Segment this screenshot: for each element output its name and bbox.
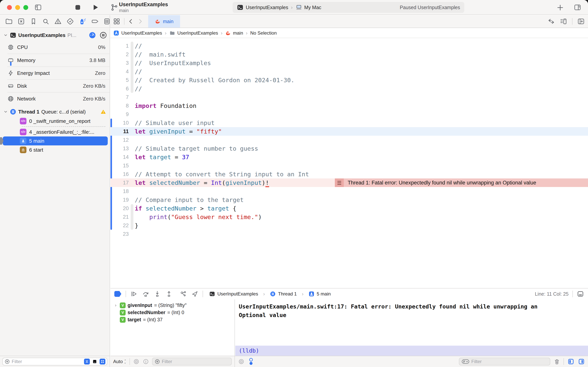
toggle-left-sidebar-icon[interactable] — [34, 4, 42, 11]
step-into-icon[interactable] — [154, 290, 161, 297]
source-editor[interactable]: 1//2// main.swift3// UserInputExamples4/… — [110, 39, 588, 288]
filter-toggle-running-icon[interactable] — [84, 359, 90, 365]
destination-name[interactable]: My Mac — [304, 5, 321, 10]
line-number[interactable]: 17 — [110, 180, 130, 186]
breakpoints-navigator-icon[interactable] — [91, 17, 99, 25]
variable-row-selectedNumber[interactable]: VselectedNumber = (Int) 0 — [110, 309, 235, 316]
trash-icon[interactable] — [554, 358, 560, 365]
variables-view[interactable]: ›VgivenInput = (String) "fifty"Vselected… — [110, 299, 235, 356]
step-over-icon[interactable] — [142, 290, 149, 297]
line-number[interactable]: 10 — [110, 120, 130, 126]
process-row[interactable]: UserInputExamples PI... — [0, 28, 110, 41]
run-button[interactable] — [91, 3, 99, 11]
code-review-icon[interactable] — [547, 18, 555, 25]
line-number[interactable]: 3 — [110, 60, 130, 66]
disclosure-chevron-icon[interactable] — [3, 33, 8, 37]
line-number[interactable]: 11 — [110, 128, 130, 134]
stack-frame-6[interactable]: 6 start — [3, 145, 108, 154]
bookmarks-navigator-icon[interactable] — [30, 17, 37, 25]
line-number[interactable]: 15 — [110, 163, 130, 169]
line-number[interactable]: 20 — [110, 205, 130, 211]
gauge-row-energy-impact[interactable]: Energy ImpactZero — [7, 67, 110, 79]
disclosure-chevron-icon[interactable]: › — [114, 303, 118, 308]
line-number[interactable]: 13 — [110, 146, 130, 152]
add-editor-icon[interactable] — [577, 18, 585, 25]
debug-breadcrumb[interactable]: UserInputExamples›Thread 1›5 main — [209, 291, 331, 297]
close-window-button[interactable] — [7, 5, 12, 10]
filter-toggle-window-icon[interactable] — [92, 359, 98, 365]
error-banner-grip-icon[interactable] — [335, 178, 344, 187]
back-icon[interactable] — [128, 18, 134, 25]
hide-variables-pane-icon[interactable] — [567, 358, 574, 365]
memory-graph-icon[interactable] — [180, 290, 187, 297]
debug-crumb-label[interactable]: 5 main — [317, 291, 331, 297]
breakpoints-toggle-icon[interactable] — [114, 291, 121, 297]
line-number[interactable]: 9 — [110, 111, 130, 117]
add-tab-icon[interactable] — [556, 4, 564, 11]
editor-options-icon[interactable] — [560, 18, 567, 25]
console[interactable]: UserInputExamples/main.swift:17: Fatal e… — [235, 299, 588, 356]
console-toggle-icon[interactable] — [577, 290, 584, 297]
line-number[interactable]: 22 — [110, 223, 130, 229]
line-number[interactable]: 7 — [110, 94, 130, 100]
simulate-location-icon[interactable] — [191, 290, 198, 297]
debug-crumb-label[interactable]: Thread 1 — [278, 291, 297, 297]
jumpbar-crumb[interactable]: UserInputExamples — [113, 30, 162, 36]
jumpbar-crumb[interactable]: main — [225, 30, 243, 36]
thread-row[interactable]: Thread 1 Queue: c...d (serial) — [0, 105, 110, 117]
editor-layout-icon[interactable] — [113, 17, 121, 25]
variable-row-givenInput[interactable]: ›VgivenInput = (String) "fifty" — [110, 302, 235, 309]
console-mode-icon[interactable] — [248, 358, 254, 366]
issues-navigator-icon[interactable] — [54, 17, 62, 25]
performance-gauge-icon[interactable] — [89, 32, 96, 39]
hide-console-pane-icon[interactable] — [578, 358, 585, 365]
line-number[interactable]: 16 — [110, 171, 130, 177]
line-number[interactable]: 4 — [110, 69, 130, 75]
gauge-row-network[interactable]: NetworkZero KB/s — [7, 92, 110, 105]
lldb-prompt[interactable]: (lldb) — [235, 346, 588, 356]
disclosure-chevron-icon[interactable] — [3, 110, 8, 114]
variable-row-target[interactable]: Vtarget = (Int) 37 — [110, 316, 235, 323]
source-control-navigator-icon[interactable] — [17, 17, 25, 25]
console-filter-field[interactable]: Filter — [459, 358, 550, 366]
project-navigator-icon[interactable] — [5, 17, 13, 25]
scheme-selector[interactable]: UserInputExamples › My Mac Paused UserIn… — [233, 2, 464, 13]
line-number[interactable]: 2 — [110, 51, 130, 58]
debug-navigator-icon[interactable] — [79, 17, 86, 25]
line-number[interactable]: 6 — [110, 86, 130, 92]
filter-toggle-grid-icon[interactable] — [100, 359, 105, 365]
runtime-error-banner[interactable]: Thread 1: Fatal error: Unexpectedly foun… — [335, 178, 588, 187]
line-number[interactable]: 21 — [110, 214, 130, 220]
gauge-row-memory[interactable]: Memory3.8 MB — [7, 54, 110, 67]
jumpbar-crumb[interactable]: No Selection — [250, 30, 277, 36]
find-navigator-icon[interactable] — [42, 17, 50, 25]
line-number[interactable]: 12 — [110, 137, 130, 143]
line-number[interactable]: 19 — [110, 197, 130, 203]
jumpbar-crumb[interactable]: UserInputExamples — [169, 30, 218, 36]
info-icon[interactable] — [143, 359, 149, 365]
line-number[interactable]: 5 — [110, 77, 130, 83]
gauge-row-cpu[interactable]: CPU0% — [7, 41, 110, 54]
jump-bar[interactable]: UserInputExamples›UserInputExamples›main… — [110, 28, 588, 38]
zoom-window-button[interactable] — [23, 5, 28, 10]
stack-frame-0[interactable]: </>0 _swift_runtime_on_report — [3, 117, 108, 125]
minimize-window-button[interactable] — [15, 5, 20, 10]
navigator-filter-field[interactable]: Filter — [2, 358, 107, 366]
line-number[interactable]: 23 — [110, 231, 130, 237]
line-number[interactable]: 8 — [110, 103, 130, 109]
memory-report-icon[interactable] — [100, 32, 107, 39]
debug-crumb-label[interactable]: UserInputExamples — [217, 291, 258, 297]
tab-main[interactable]: main — [148, 15, 180, 28]
variables-scope-select[interactable]: Auto ⌃⌃ — [113, 359, 126, 364]
continue-execution-icon[interactable] — [130, 290, 138, 297]
stop-button[interactable] — [74, 4, 81, 11]
tests-navigator-icon[interactable] — [66, 17, 74, 25]
scheme-name[interactable]: UserInputExamples — [246, 5, 288, 10]
step-out-icon[interactable] — [165, 290, 173, 297]
line-number[interactable]: 18 — [110, 188, 130, 194]
stack-frame-5[interactable]: 5 main — [3, 136, 108, 145]
line-number[interactable]: 1 — [110, 43, 130, 49]
quicklook-eye-icon[interactable] — [238, 359, 245, 365]
stack-frame-4[interactable]: </>4 _assertionFailure(_:_:file:... — [3, 127, 108, 136]
forward-icon[interactable] — [137, 18, 143, 25]
